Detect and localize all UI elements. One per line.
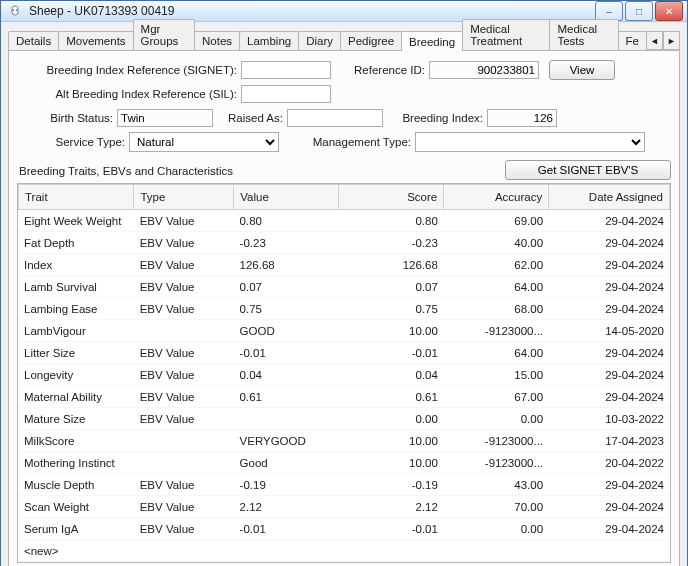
col-accuracy[interactable]: Accuracy [444,185,549,210]
cell-trait[interactable]: Eight Week Weight [18,210,134,232]
table-row[interactable]: Mature SizeEBV Value0.000.0010-03-2022 [18,408,670,430]
traits-grid[interactable]: Trait Type Value Score Accuracy Date Ass… [17,183,671,563]
cell-score[interactable]: -0.19 [339,474,444,496]
cell-date[interactable]: 29-04-2024 [549,210,670,232]
cell-value[interactable]: GOOD [234,320,339,342]
cell-trait[interactable]: Longevity [18,364,134,386]
col-score[interactable]: Score [339,185,444,210]
table-row[interactable]: LambVigourGOOD10.00-9123000...14-05-2020 [18,320,670,342]
service-type-select[interactable]: Natural [129,132,279,152]
cell-score[interactable]: 0.07 [339,276,444,298]
cell-accuracy[interactable]: -9123000... [444,320,549,342]
cell-value[interactable]: 0.75 [234,298,339,320]
cell-date[interactable]: 29-04-2024 [549,298,670,320]
tab-details[interactable]: Details [8,31,59,50]
cell-accuracy[interactable]: 67.00 [444,386,549,408]
grid-header-row[interactable]: Trait Type Value Score Accuracy Date Ass… [19,185,670,210]
cell-accuracy[interactable]: 70.00 [444,496,549,518]
col-date-assigned[interactable]: Date Assigned [549,185,670,210]
table-row[interactable]: Muscle DepthEBV Value-0.19-0.1943.0029-0… [18,474,670,496]
tab-medical-tests[interactable]: Medical Tests [549,19,618,50]
close-window-button[interactable]: ✕ [655,1,683,21]
cell-score[interactable]: 10.00 [339,452,444,474]
cell-score[interactable]: -0.01 [339,342,444,364]
cell-value[interactable]: 0.04 [234,364,339,386]
cell-value[interactable]: -0.19 [234,474,339,496]
cell-type[interactable]: EBV Value [134,474,234,496]
cell-type[interactable]: EBV Value [134,386,234,408]
cell-type[interactable] [134,430,234,452]
cell-accuracy[interactable] [444,540,549,562]
cell-trait[interactable]: <new> [18,540,134,562]
cell-value[interactable]: 2.12 [234,496,339,518]
cell-date[interactable]: 29-04-2024 [549,364,670,386]
table-row[interactable]: Litter SizeEBV Value-0.01-0.0164.0029-04… [18,342,670,364]
cell-date[interactable]: 10-03-2022 [549,408,670,430]
cell-trait[interactable]: Serum IgA [18,518,134,540]
table-row[interactable]: Scan WeightEBV Value2.122.1270.0029-04-2… [18,496,670,518]
tab-lambing[interactable]: Lambing [239,31,299,50]
cell-type[interactable] [134,452,234,474]
cell-date[interactable]: 29-04-2024 [549,232,670,254]
cell-trait[interactable]: Fat Depth [18,232,134,254]
cell-accuracy[interactable]: -9123000... [444,452,549,474]
cell-trait[interactable]: Muscle Depth [18,474,134,496]
cell-date[interactable]: 29-04-2024 [549,254,670,276]
get-signet-ebvs-button[interactable]: Get SIGNET EBV'S [505,160,671,180]
cell-value[interactable]: -0.01 [234,342,339,364]
tab-overflow[interactable]: Fe [618,31,647,50]
cell-type[interactable] [134,540,234,562]
cell-date[interactable]: 14-05-2020 [549,320,670,342]
cell-accuracy[interactable]: -9123000... [444,430,549,452]
tab-diary[interactable]: Diary [298,31,341,50]
cell-type[interactable]: EBV Value [134,210,234,232]
cell-date[interactable]: 17-04-2023 [549,430,670,452]
view-button[interactable]: View [549,60,615,80]
tab-notes[interactable]: Notes [194,31,240,50]
tab-scroll-right[interactable]: ► [663,31,680,50]
cell-trait[interactable]: Lamb Survival [18,276,134,298]
cell-score[interactable]: 2.12 [339,496,444,518]
cell-type[interactable]: EBV Value [134,298,234,320]
cell-accuracy[interactable]: 64.00 [444,276,549,298]
tab-pedigree[interactable]: Pedigree [340,31,402,50]
cell-score[interactable]: 0.04 [339,364,444,386]
refid-field[interactable] [429,61,539,79]
cell-accuracy[interactable]: 0.00 [444,408,549,430]
cell-type[interactable]: EBV Value [134,342,234,364]
cell-trait[interactable]: Mothering Instinct [18,452,134,474]
cell-value[interactable]: 0.80 [234,210,339,232]
cell-accuracy[interactable]: 69.00 [444,210,549,232]
tab-movements[interactable]: Movements [58,31,133,50]
minimize-button[interactable]: – [595,1,623,21]
cell-trait[interactable]: LambVigour [18,320,134,342]
cell-value[interactable]: VERYGOOD [234,430,339,452]
table-row[interactable]: Fat DepthEBV Value-0.23-0.2340.0029-04-2… [18,232,670,254]
cell-accuracy[interactable]: 64.00 [444,342,549,364]
cell-date[interactable]: 29-04-2024 [549,386,670,408]
cell-date[interactable]: 29-04-2024 [549,276,670,298]
table-row[interactable]: Eight Week WeightEBV Value0.800.8069.002… [18,210,670,232]
cell-date[interactable]: 29-04-2024 [549,474,670,496]
cell-trait[interactable]: Scan Weight [18,496,134,518]
col-type[interactable]: Type [134,185,234,210]
cell-score[interactable]: -0.01 [339,518,444,540]
cell-value[interactable]: 126.68 [234,254,339,276]
cell-date[interactable]: 29-04-2024 [549,496,670,518]
cell-type[interactable]: EBV Value [134,254,234,276]
cell-type[interactable]: EBV Value [134,364,234,386]
cell-score[interactable]: 0.61 [339,386,444,408]
table-row[interactable]: Lambing EaseEBV Value0.750.7568.0029-04-… [18,298,670,320]
tab-medical-treatment[interactable]: Medical Treatment [462,19,550,50]
cell-score[interactable]: 10.00 [339,430,444,452]
cell-score[interactable]: 0.80 [339,210,444,232]
cell-type[interactable]: EBV Value [134,232,234,254]
mgmt-type-select[interactable] [415,132,645,152]
table-row[interactable]: MilkScoreVERYGOOD10.00-9123000...17-04-2… [18,430,670,452]
birth-status-field[interactable] [117,109,213,127]
cell-score[interactable]: 10.00 [339,320,444,342]
cell-accuracy[interactable]: 68.00 [444,298,549,320]
table-row[interactable]: <new> [18,540,670,562]
cell-trait[interactable]: Index [18,254,134,276]
cell-type[interactable]: EBV Value [134,518,234,540]
